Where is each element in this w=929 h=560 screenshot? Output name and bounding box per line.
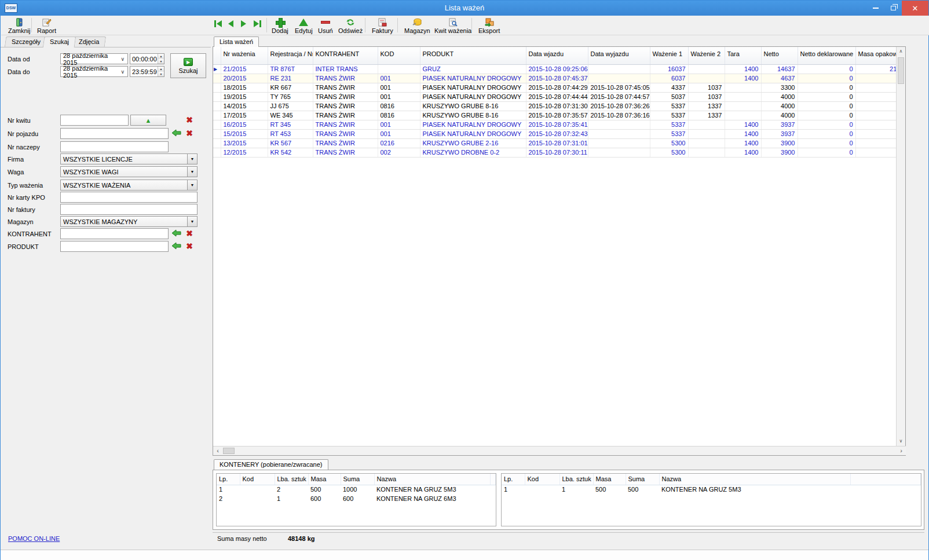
table-row[interactable]: 15/2015RT 453TRANS ŻWIR001PIASEK NATURAL… xyxy=(213,129,897,138)
pick-contractor-icon[interactable] xyxy=(171,229,181,237)
horizontal-scrollbar[interactable]: ‹ › xyxy=(213,446,906,455)
nr-pojazdu-input[interactable] xyxy=(60,128,169,139)
weighing-receipt-button[interactable]: Kwit ważenia xyxy=(432,17,474,34)
pick-product-icon[interactable] xyxy=(171,242,181,250)
nav-prev-button[interactable] xyxy=(228,20,233,27)
table-row[interactable]: ▶21/2015TR 876TINTER TRANSGRUZ2015-10-28… xyxy=(213,64,897,74)
dropdown-icon[interactable]: ▼ xyxy=(187,154,197,164)
table-row[interactable]: 13/2015KR 567TRANS ŻWIR0216KRUSZYWO GRUB… xyxy=(213,138,897,148)
delete-button[interactable]: Usuń xyxy=(316,17,335,34)
column-header[interactable]: Ważenie 2 xyxy=(688,47,725,64)
column-header[interactable]: Suma xyxy=(341,474,374,485)
typ-wazenia-select[interactable]: WSZYSTKIE WAŻENIA ▼ xyxy=(60,180,197,191)
column-header[interactable]: Lba. sztuk xyxy=(275,474,308,485)
table-row[interactable]: 19/2015TY 765TRANS ŻWIR001PIASEK NATURAL… xyxy=(213,92,897,101)
scroll-left-icon[interactable]: ‹ xyxy=(213,446,222,455)
nr-kwitu-go-button[interactable]: ▲ xyxy=(130,115,166,126)
search-button[interactable]: ▶ Szukaj xyxy=(170,53,206,78)
table-row[interactable]: 11500500KONTENER NA GRUZ 5M3 xyxy=(502,485,921,494)
table-row[interactable]: 16/2015RT 345TRANS ŻWIR001PIASEK NATURAL… xyxy=(213,120,897,129)
column-header[interactable]: Nazwa xyxy=(374,474,490,485)
date-to-select[interactable]: 28 października 2015 ∨ xyxy=(60,66,128,77)
scroll-right-icon[interactable]: › xyxy=(897,446,906,455)
column-header[interactable]: Netto deklarowane xyxy=(798,47,855,64)
tab-zdjecia[interactable]: Zdjęcia xyxy=(72,36,107,47)
edit-button[interactable]: Edytuj xyxy=(292,17,315,34)
table-row[interactable]: 20/2015RE 231TRANS ŻWIR001PIASEK NATURAL… xyxy=(213,74,897,83)
restore-button[interactable] xyxy=(884,1,902,16)
pick-vehicle-icon[interactable] xyxy=(171,129,181,137)
column-header[interactable]: Nr ważenia xyxy=(221,47,268,64)
clear-nr-pojazdu-icon[interactable]: ✖ xyxy=(185,129,194,138)
scrollbar-thumb[interactable] xyxy=(223,448,235,454)
column-header[interactable]: Tara xyxy=(725,47,761,64)
column-header[interactable]: KONTRAHENT xyxy=(313,47,378,64)
scroll-down-icon[interactable]: ∨ xyxy=(897,437,905,446)
column-header[interactable]: Kod xyxy=(525,474,559,485)
column-header[interactable]: Ważenie 1 xyxy=(650,47,688,64)
column-header[interactable]: Lp. xyxy=(502,474,525,485)
nav-next-button[interactable] xyxy=(241,20,246,27)
table-row[interactable]: 125001000KONTENER NA GRUZ 5M3 xyxy=(217,485,496,494)
dropdown-icon[interactable]: ▼ xyxy=(187,217,197,226)
refresh-button[interactable]: Odśwież xyxy=(336,17,365,34)
dropdown-icon[interactable]: ▼ xyxy=(187,167,197,177)
column-header[interactable] xyxy=(850,474,921,485)
nr-naczepy-input[interactable] xyxy=(60,141,169,152)
table-row[interactable]: 21600600KONTENER NA GRUZ 6M3 xyxy=(217,494,496,503)
waga-select[interactable]: WSZYSTKIE WAGI ▼ xyxy=(60,166,197,177)
close-button[interactable]: ✕ xyxy=(902,1,928,16)
column-header[interactable]: Netto xyxy=(761,47,798,64)
nr-faktury-input[interactable] xyxy=(60,204,197,215)
column-header[interactable]: Nazwa xyxy=(659,474,850,485)
warehouse-button[interactable]: Magazyn xyxy=(402,17,433,34)
column-header[interactable]: Rejestracja / Nr xyxy=(268,47,313,64)
column-header[interactable]: Lp. xyxy=(217,474,240,485)
produkt-input[interactable] xyxy=(60,241,169,252)
vertical-scrollbar[interactable]: ∧ ∨ xyxy=(896,47,905,446)
spinner-icon[interactable]: ▲▼ xyxy=(158,54,164,64)
close-window-button[interactable]: Zamknij xyxy=(6,17,33,34)
column-header[interactable]: Masa opakowań xyxy=(855,47,897,64)
clear-kontrahent-icon[interactable]: ✖ xyxy=(185,229,194,238)
spinner-icon[interactable]: ▲▼ xyxy=(158,67,164,76)
report-button[interactable]: Raport xyxy=(35,17,58,34)
invoices-button[interactable]: Faktury xyxy=(370,17,396,34)
tab-lista-wazen[interactable]: Lista ważeń xyxy=(214,36,259,47)
nav-first-button[interactable] xyxy=(214,20,222,27)
column-header[interactable] xyxy=(213,47,221,64)
clear-produkt-icon[interactable]: ✖ xyxy=(185,241,194,251)
nr-kwitu-input[interactable] xyxy=(60,115,129,126)
add-button[interactable]: Dodaj xyxy=(269,17,291,34)
nav-last-button[interactable] xyxy=(254,20,261,27)
tab-szczegoly[interactable]: Szczegóły xyxy=(5,36,48,47)
column-header[interactable]: Lba. sztuk xyxy=(559,474,593,485)
column-header[interactable]: Masa xyxy=(308,474,341,485)
scrollbar-thumb[interactable] xyxy=(898,57,904,84)
column-header[interactable]: Data wyjazdu xyxy=(588,47,650,64)
kontrahent-input[interactable] xyxy=(60,228,169,239)
firma-select[interactable]: WSZYSTKIE LICENCJE ▼ xyxy=(60,153,197,164)
table-row[interactable]: 18/2015KR 667TRANS ŻWIR001PIASEK NATURAL… xyxy=(213,83,897,92)
column-header[interactable]: Masa xyxy=(593,474,626,485)
column-header[interactable] xyxy=(490,474,496,485)
column-header[interactable]: Kod xyxy=(240,474,275,485)
tab-szukaj[interactable]: Szukaj xyxy=(43,36,76,47)
time-to-spinner[interactable]: 23:59:59 ▲▼ xyxy=(130,66,164,77)
column-header[interactable]: KOD xyxy=(378,47,420,64)
clear-nr-kwitu-icon[interactable]: ✖ xyxy=(185,115,194,125)
time-from-spinner[interactable]: 00:00:00 ▲▼ xyxy=(130,53,164,64)
tab-kontenery[interactable]: KONTENERY (pobierane/zwracane) xyxy=(214,459,328,470)
column-header[interactable]: PRODUKT xyxy=(420,47,526,64)
dropdown-icon[interactable]: ▼ xyxy=(187,180,197,190)
column-header[interactable]: Suma xyxy=(626,474,659,485)
export-button[interactable]: Eksport xyxy=(476,17,502,34)
online-help-link[interactable]: POMOC ON-LINE xyxy=(8,535,60,542)
column-header[interactable]: Data wjazdu xyxy=(526,47,588,64)
date-from-select[interactable]: 28 października 2015 ∨ xyxy=(60,53,128,64)
scroll-up-icon[interactable]: ∧ xyxy=(897,47,905,56)
table-row[interactable]: 14/2015JJ 675TRANS ŻWIR0816KRUSZYWO GRUB… xyxy=(213,101,897,111)
table-row[interactable]: 12/2015KR 542TRANS ŻWIR002KRUSZYWO DROBN… xyxy=(213,148,897,157)
nr-karty-kpo-input[interactable] xyxy=(60,192,197,203)
minimize-button[interactable] xyxy=(867,1,884,16)
